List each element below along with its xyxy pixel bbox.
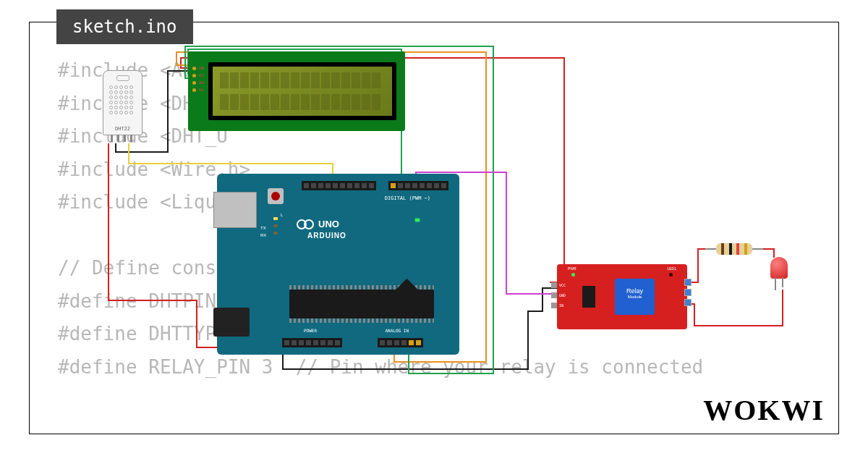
relay-ic: [582, 286, 595, 308]
digital-header-label: DIGITAL (PWM ~): [385, 195, 430, 201]
relay-pwr-led: [571, 273, 575, 276]
resistor[interactable]: [716, 243, 752, 255]
digital-header-1[interactable]: [302, 181, 376, 190]
led-rx: [273, 232, 278, 235]
arduino-brand: ARDUINO: [307, 232, 346, 240]
power-jack: [213, 308, 250, 337]
lcd-screen: [213, 67, 392, 116]
led-l: [273, 217, 278, 220]
lcd-pin-header: GND VCC SDA SCL: [192, 66, 205, 92]
power-header[interactable]: [282, 338, 342, 347]
file-tab[interactable]: sketch.ino: [56, 9, 193, 44]
dht-label: DHT22: [103, 126, 142, 132]
relay-module[interactable]: PWR LED1 VCC GND IN Relay Module: [557, 264, 687, 329]
arduino-uno[interactable]: L TX RX UNO ARDUINO DIGITAL (PWM ~) POWE…: [217, 174, 459, 355]
arduino-logo: UNO: [297, 219, 339, 229]
resistor-band-3: [736, 243, 739, 255]
filename: sketch.ino: [72, 17, 177, 37]
relay-output-terminals: [684, 279, 692, 306]
lcd-bezel: [208, 62, 396, 120]
reset-button[interactable]: [268, 188, 284, 204]
usb-port: [213, 192, 257, 228]
dht22-sensor[interactable]: DHT22: [103, 70, 142, 135]
relay-input-pins: VCC GND IN: [551, 282, 566, 308]
led-component[interactable]: [770, 257, 788, 279]
relay-coil-block: Relay Module: [615, 279, 655, 315]
wokwi-logo: WOKWI: [703, 393, 825, 427]
led-tx: [273, 224, 278, 227]
resistor-band-1: [721, 243, 724, 255]
led-bulb: [770, 257, 788, 279]
relay-status-led: [669, 273, 673, 276]
resistor-band-2: [729, 243, 732, 255]
lcd-module[interactable]: GND VCC SDA SCL: [188, 51, 405, 131]
analog-header[interactable]: [378, 338, 423, 347]
led-on: [415, 219, 420, 221]
digital-header-2[interactable]: [388, 181, 448, 190]
resistor-band-4: [744, 243, 747, 255]
